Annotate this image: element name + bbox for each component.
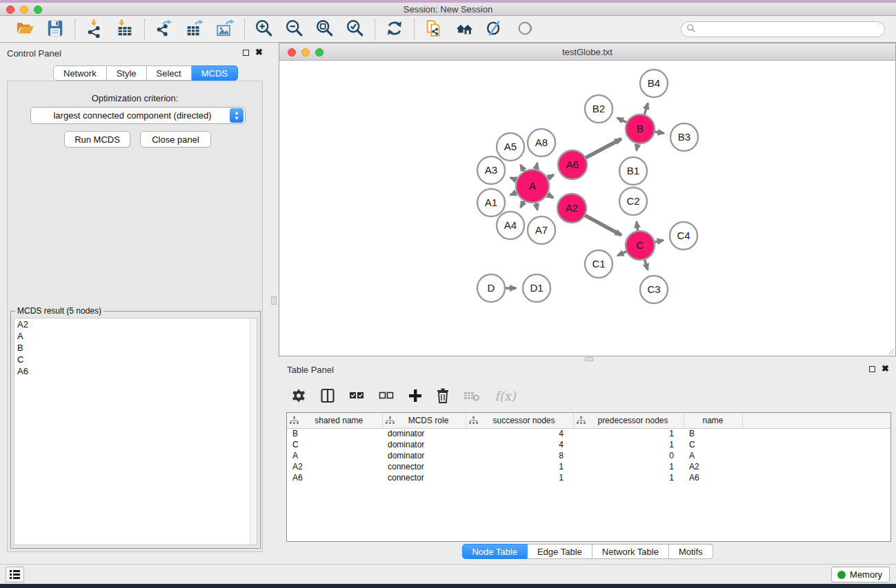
cell-successor-nodes[interactable]: 1 (466, 472, 573, 483)
edge-C-C3[interactable] (644, 258, 648, 270)
table-row[interactable]: A6connector11A6 (287, 472, 890, 483)
edge-C-C2[interactable] (637, 222, 638, 232)
select-all-button[interactable] (349, 386, 364, 405)
close-panel-icon[interactable]: ✖ (882, 365, 889, 372)
cell-MCDS-role[interactable]: connector (382, 472, 466, 483)
tab-edge-table[interactable]: Edge Table (528, 544, 593, 559)
cell-shared-name[interactable]: A2 (287, 461, 382, 472)
import-table-button[interactable] (115, 19, 135, 40)
column-header-predecessor-nodes[interactable]: predecessor nodes (573, 413, 684, 428)
edge-B-B2[interactable] (617, 118, 628, 123)
tab-select[interactable]: Select (147, 65, 192, 81)
horizontal-split-divider[interactable] (279, 356, 896, 362)
cell-successor-nodes[interactable]: 8 (466, 450, 573, 461)
resize-grip-icon[interactable] (886, 347, 895, 355)
table-settings-button[interactable] (291, 386, 306, 405)
criterion-dropdown[interactable]: largest connected component (directed) ▲… (30, 107, 246, 124)
zoom-fit-button[interactable] (315, 19, 335, 40)
cell-predecessor-nodes[interactable]: 1 (573, 472, 684, 483)
mcds-result-list[interactable]: A2ABCA6 (14, 318, 257, 545)
zoom-out-button[interactable] (284, 19, 305, 40)
divider-handle[interactable] (585, 357, 593, 361)
create-column-button[interactable] (408, 386, 422, 405)
cell-predecessor-nodes[interactable]: 1 (573, 439, 684, 450)
cell-MCDS-role[interactable]: dominator (382, 428, 466, 439)
divider-handle[interactable] (271, 296, 277, 305)
tab-network[interactable]: Network (53, 65, 107, 81)
cell-shared-name[interactable]: A (287, 450, 382, 461)
column-header-shared-name[interactable]: shared name (287, 413, 382, 428)
network-search-field[interactable] (681, 21, 885, 37)
column-header-MCDS-role[interactable]: MCDS role (382, 413, 466, 428)
result-item[interactable]: A6 (14, 365, 257, 377)
export-network-button[interactable] (154, 19, 175, 40)
table-row[interactable]: Adominator80A (287, 450, 890, 461)
cell-predecessor-nodes[interactable]: 1 (573, 428, 684, 439)
cell-successor-nodes[interactable]: 4 (466, 428, 573, 439)
toggle-graphics-details-button[interactable] (484, 19, 505, 40)
tab-node-table[interactable]: Node Table (461, 544, 528, 559)
cell-MCDS-role[interactable]: dominator (382, 439, 466, 450)
result-scrollbar[interactable] (250, 318, 257, 545)
tab-mcds[interactable]: MCDS (192, 65, 238, 81)
cell-name[interactable]: A2 (684, 461, 742, 472)
table-row[interactable]: Bdominator41B (287, 428, 890, 439)
cell-shared-name[interactable]: C (287, 439, 382, 450)
cell-name[interactable]: B (684, 428, 742, 439)
task-history-button[interactable] (6, 567, 24, 582)
cell-name[interactable]: C (684, 439, 742, 450)
export-table-button[interactable] (184, 19, 205, 40)
search-input[interactable] (696, 25, 884, 34)
network-canvas[interactable]: AA6A2BCA1A3A4A5A7A8B1B2B3B4C1C2C3C4DD1 (279, 61, 895, 356)
cell-successor-nodes[interactable]: 4 (466, 439, 573, 450)
vertical-split-divider[interactable] (270, 43, 279, 564)
cell-name[interactable]: A6 (684, 472, 742, 483)
edge-B-B4[interactable] (644, 103, 648, 116)
open-session-button[interactable] (14, 19, 35, 40)
deselect-all-button[interactable] (379, 386, 394, 405)
node-table[interactable]: shared nameMCDS rolesuccessor nodesprede… (287, 413, 890, 483)
zoom-selected-button[interactable] (345, 19, 366, 40)
float-panel-icon[interactable] (243, 50, 249, 56)
result-item[interactable]: A (14, 330, 257, 342)
import-network-button[interactable] (84, 19, 105, 40)
show-hide-view-button[interactable] (515, 19, 535, 40)
network-window-titlebar: testGlobe.txt (279, 43, 895, 61)
clone-network-button[interactable] (424, 19, 444, 40)
table-row[interactable]: Cdominator41C (287, 439, 890, 450)
export-image-button[interactable] (215, 19, 235, 40)
edge-C-C1[interactable] (617, 251, 627, 255)
refresh-layout-button[interactable] (384, 19, 405, 40)
network-graph[interactable]: AA6A2BCA1A3A4A5A7A8B1B2B3B4C1C2C3C4DD1 (279, 61, 895, 356)
cell-name[interactable]: A (684, 450, 742, 461)
show-column-button[interactable] (321, 386, 335, 405)
column-header-successor-nodes[interactable]: successor nodes (466, 413, 573, 428)
tab-network-table[interactable]: Network Table (593, 544, 669, 559)
close-panel-button[interactable]: Close panel (140, 131, 211, 148)
result-item[interactable]: A2 (14, 318, 257, 330)
close-panel-icon[interactable]: ✖ (255, 49, 263, 56)
edge-B-B3[interactable] (654, 132, 664, 134)
cell-successor-nodes[interactable]: 1 (466, 461, 573, 472)
table-row[interactable]: A2connector11A2 (287, 461, 890, 472)
home-button[interactable] (454, 19, 475, 40)
memory-button[interactable]: Memory (831, 567, 890, 582)
save-session-button[interactable] (45, 19, 66, 40)
float-panel-icon[interactable] (869, 366, 875, 372)
edge-A2-C[interactable] (584, 215, 621, 236)
result-item[interactable]: C (14, 354, 257, 365)
run-mcds-button[interactable]: Run MCDS (64, 131, 130, 148)
cell-predecessor-nodes[interactable]: 1 (573, 461, 684, 472)
tab-motifs[interactable]: Motifs (669, 544, 713, 559)
cell-MCDS-role[interactable]: connector (382, 461, 466, 472)
cell-predecessor-nodes[interactable]: 0 (573, 450, 684, 461)
zoom-in-button[interactable] (254, 19, 275, 40)
cell-MCDS-role[interactable]: dominator (382, 450, 466, 461)
result-item[interactable]: B (14, 342, 257, 354)
cell-shared-name[interactable]: A6 (287, 472, 382, 483)
column-header-name[interactable]: name (684, 413, 742, 428)
delete-column-button[interactable] (437, 386, 449, 405)
edge-A6-B[interactable] (585, 139, 621, 159)
cell-shared-name[interactable]: B (287, 428, 382, 439)
tab-style[interactable]: Style (107, 65, 147, 81)
